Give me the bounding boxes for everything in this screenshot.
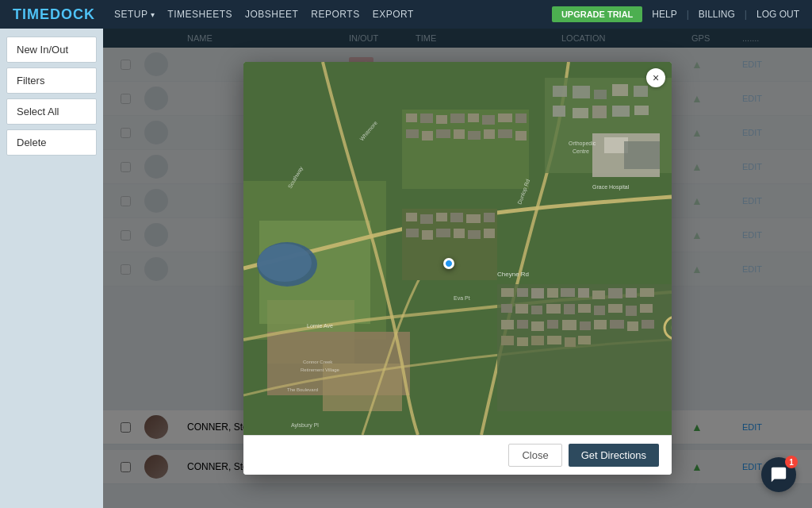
svg-rect-36 <box>564 304 575 314</box>
svg-rect-34 <box>531 306 542 314</box>
logout-link[interactable]: LOG OUT <box>756 9 799 20</box>
svg-rect-16 <box>634 106 649 115</box>
header-right: UPGRADE TRIAL HELP | BILLING | LOG OUT <box>552 6 799 22</box>
map-location-pin <box>443 258 454 269</box>
svg-rect-52 <box>501 336 514 345</box>
svg-rect-46 <box>562 320 576 330</box>
svg-rect-39 <box>608 304 622 313</box>
svg-rect-25 <box>547 288 558 298</box>
upgrade-trial-button[interactable]: UPGRADE TRIAL <box>552 6 642 22</box>
svg-rect-22 <box>501 288 514 297</box>
logo-text: TIMEDOCK <box>13 6 95 22</box>
svg-rect-69 <box>436 129 450 138</box>
svg-rect-76 <box>406 213 417 221</box>
svg-rect-83 <box>422 230 433 240</box>
svg-rect-31 <box>640 288 654 297</box>
main-nav: SETUP TIMESHEETS JOBSHEET REPORTS EXPORT <box>114 9 552 20</box>
svg-text:Connor Creek: Connor Creek <box>303 360 333 364</box>
svg-rect-73 <box>498 129 512 138</box>
svg-rect-49 <box>610 320 624 329</box>
svg-rect-26 <box>561 288 575 297</box>
svg-text:Retirement Village: Retirement Village <box>301 368 340 372</box>
svg-rect-81 <box>484 213 495 222</box>
modal-close-button[interactable]: × <box>646 68 665 87</box>
svg-rect-11 <box>634 86 648 97</box>
svg-rect-28 <box>592 291 605 299</box>
svg-text:The Boulevard: The Boulevard <box>287 387 318 392</box>
svg-rect-60 <box>420 114 433 123</box>
nav-reports[interactable]: REPORTS <box>311 9 359 20</box>
svg-rect-14 <box>592 106 607 118</box>
svg-rect-84 <box>436 229 450 237</box>
svg-rect-61 <box>436 115 447 124</box>
svg-rect-44 <box>531 321 544 331</box>
svg-rect-40 <box>626 306 637 316</box>
nav-jobsheet[interactable]: JOBSHEET <box>245 9 298 20</box>
svg-rect-68 <box>422 131 433 140</box>
svg-rect-42 <box>501 320 514 329</box>
svg-point-89 <box>258 244 312 282</box>
svg-rect-78 <box>436 213 447 221</box>
svg-rect-59 <box>406 114 417 122</box>
svg-rect-70 <box>454 129 465 139</box>
svg-rect-9 <box>594 90 607 99</box>
svg-text:Aylsbury Pl: Aylsbury Pl <box>291 422 319 429</box>
nav-setup[interactable]: SETUP <box>114 9 155 20</box>
svg-rect-27 <box>578 288 589 298</box>
svg-rect-66 <box>515 114 527 123</box>
svg-rect-20 <box>624 141 660 169</box>
svg-rect-71 <box>468 131 481 140</box>
svg-rect-43 <box>517 320 528 329</box>
get-directions-btn[interactable]: Get Directions <box>569 444 659 467</box>
svg-rect-33 <box>515 304 528 314</box>
svg-rect-23 <box>517 288 528 297</box>
svg-rect-30 <box>626 288 637 298</box>
svg-rect-51 <box>642 320 654 329</box>
table-area: NAME IN/OUT TIME LOCATION GPS ....... ou… <box>103 29 812 508</box>
svg-rect-7 <box>553 86 567 97</box>
select-all-btn[interactable]: Select All <box>6 98 97 125</box>
main-area: New In/Out Filters Select All Delete NAM… <box>0 29 812 508</box>
svg-text:Grace Hospital: Grace Hospital <box>592 184 630 190</box>
svg-rect-62 <box>450 114 465 123</box>
svg-rect-15 <box>612 106 630 117</box>
help-link[interactable]: HELP <box>652 9 676 20</box>
svg-rect-63 <box>468 114 479 122</box>
modal-backdrop: × <box>103 29 812 508</box>
svg-rect-13 <box>573 108 588 118</box>
svg-rect-80 <box>466 214 481 223</box>
new-inout-btn[interactable]: New In/Out <box>6 37 97 63</box>
chat-bubble[interactable]: 1 <box>761 457 796 492</box>
svg-rect-86 <box>468 230 481 239</box>
delete-btn[interactable]: Delete <box>6 129 97 156</box>
satellite-map: Southway Whitmore Cheyne Rd Lornie Ave D… <box>243 62 672 435</box>
svg-rect-10 <box>612 84 628 96</box>
modal-footer: Close Get Directions <box>243 435 672 475</box>
modal-close-btn[interactable]: Close <box>508 444 561 467</box>
svg-rect-45 <box>547 320 558 329</box>
chat-icon <box>770 466 787 483</box>
svg-rect-50 <box>627 321 638 331</box>
svg-rect-53 <box>517 337 528 346</box>
svg-rect-54 <box>531 336 544 345</box>
billing-link[interactable]: BILLING <box>699 9 735 20</box>
svg-rect-74 <box>515 131 527 140</box>
nav-export[interactable]: EXPORT <box>373 9 414 20</box>
svg-rect-77 <box>420 214 433 224</box>
filters-btn[interactable]: Filters <box>6 67 97 94</box>
svg-rect-29 <box>608 288 622 298</box>
svg-rect-37 <box>578 304 591 313</box>
svg-rect-85 <box>454 229 465 238</box>
svg-rect-47 <box>580 321 591 330</box>
sidebar: New In/Out Filters Select All Delete <box>0 29 103 508</box>
svg-text:Centre: Centre <box>573 148 589 154</box>
nav-timesheets[interactable]: TIMESHEETS <box>167 9 232 20</box>
svg-rect-35 <box>546 304 561 314</box>
svg-rect-55 <box>547 336 561 344</box>
map-modal: × <box>243 62 672 475</box>
svg-text:Lornie Ave: Lornie Ave <box>307 323 333 329</box>
svg-rect-48 <box>594 320 607 329</box>
svg-text:Orthopedic: Orthopedic <box>569 140 596 147</box>
svg-rect-65 <box>498 114 512 122</box>
svg-rect-82 <box>406 229 419 237</box>
